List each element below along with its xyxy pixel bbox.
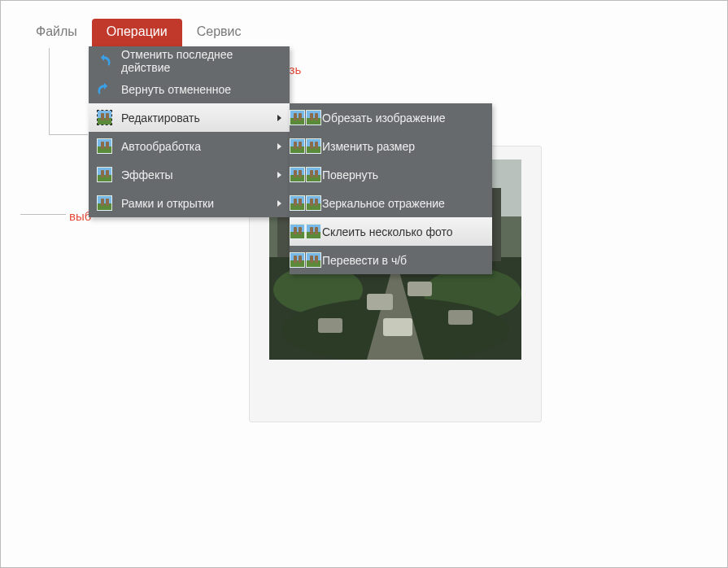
submenu-merge[interactable]: Склеить несколько фото [290, 217, 492, 246]
submenu-crop-label: Обрезать изображение [322, 111, 446, 125]
chevron-right-icon [277, 172, 281, 178]
edit-icon [95, 109, 113, 127]
edit-submenu: Обрезать изображение Изменить размер Пов… [290, 103, 492, 274]
crop-icon [296, 109, 314, 127]
menu-frames[interactable]: Рамки и открытки [89, 189, 290, 217]
svg-rect-15 [448, 310, 473, 325]
submenu-merge-label: Склеить несколько фото [322, 225, 453, 238]
guide-line [49, 134, 88, 135]
menu-effects[interactable]: Эффекты [89, 160, 290, 189]
submenu-bw[interactable]: Перевести в ч/б [290, 246, 492, 274]
menu-edit-label: Редактировать [121, 111, 200, 125]
submenu-rotate-label: Повернуть [322, 168, 378, 181]
svg-rect-11 [367, 294, 393, 310]
undo-icon [95, 52, 113, 70]
menu-auto-label: Автообработка [121, 140, 201, 153]
menu-edit[interactable]: Редактировать [89, 103, 290, 132]
tab-service[interactable]: Сервис [182, 19, 256, 46]
submenu-crop[interactable]: Обрезать изображение [290, 103, 492, 132]
chevron-right-icon [277, 115, 281, 121]
submenu-mirror[interactable]: Зеркальное отражение [290, 189, 492, 217]
effects-icon [95, 166, 113, 184]
auto-icon [95, 138, 113, 155]
menu-effects-label: Эффекты [121, 168, 173, 181]
frames-icon [95, 194, 113, 212]
menu-auto[interactable]: Автообработка [89, 132, 290, 160]
svg-rect-13 [383, 318, 412, 336]
redo-icon [95, 81, 113, 98]
submenu-resize-label: Изменить размер [322, 140, 415, 153]
guide-line [20, 214, 66, 215]
menu-redo[interactable]: Вернуть отмененное [89, 75, 290, 103]
operations-menu: Отменить последнее действие Вернуть отме… [89, 46, 290, 217]
tab-operations[interactable]: Операции [92, 19, 182, 46]
rotate-icon [296, 166, 314, 184]
menubar: Файлы Операции Сервис [21, 19, 255, 46]
submenu-bw-label: Перевести в ч/б [322, 254, 407, 267]
svg-rect-12 [408, 282, 432, 296]
submenu-mirror-label: Зеркальное отражение [322, 197, 445, 210]
bw-icon [296, 251, 314, 269]
svg-rect-14 [318, 318, 342, 333]
chevron-right-icon [277, 143, 281, 150]
menu-frames-label: Рамки и открытки [121, 197, 214, 210]
resize-icon [296, 138, 314, 155]
guide-line [49, 48, 50, 134]
menu-undo-label: Отменить последнее действие [121, 48, 281, 74]
menu-redo-label: Вернуть отмененное [121, 83, 231, 96]
menu-undo[interactable]: Отменить последнее действие [89, 46, 290, 75]
chevron-right-icon [277, 200, 281, 207]
app-window: обратная связь редактирование фото выб Ф… [0, 0, 728, 568]
mirror-icon [296, 194, 314, 212]
submenu-rotate[interactable]: Повернуть [290, 160, 492, 189]
submenu-resize[interactable]: Изменить размер [290, 132, 492, 160]
tab-files[interactable]: Файлы [21, 19, 92, 46]
merge-icon [296, 223, 314, 241]
